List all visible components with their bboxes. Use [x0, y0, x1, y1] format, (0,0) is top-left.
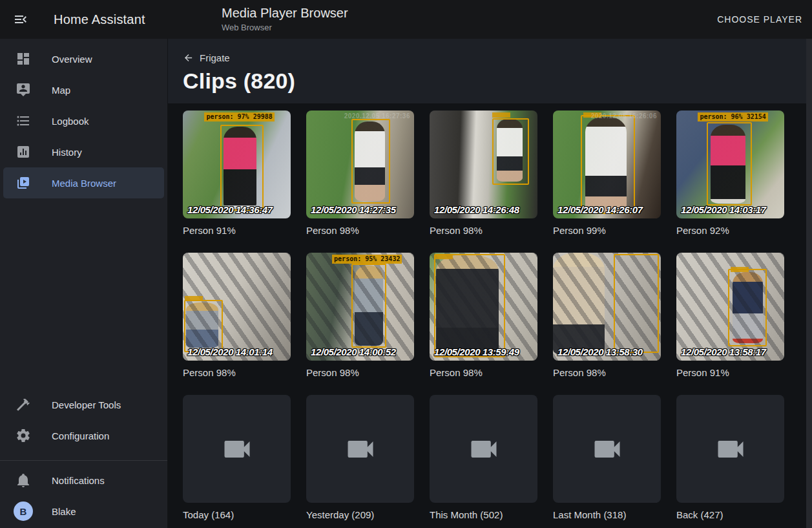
video-icon	[714, 432, 747, 466]
tooltip-account-icon	[16, 82, 31, 98]
breadcrumb-label: Frigate	[200, 52, 230, 63]
detection-bounding-box	[492, 118, 529, 185]
sidebar-item-label: Overview	[52, 54, 92, 65]
detection-bounding-box	[728, 269, 767, 346]
detection-label-small	[185, 296, 203, 301]
clip-caption: Person 98%	[430, 224, 537, 237]
play-box-multiple-icon	[16, 175, 31, 191]
sidebar-item-notifications[interactable]: Notifications	[3, 465, 164, 496]
detection-bounding-box	[184, 300, 223, 352]
sidebar-item-configuration[interactable]: Configuration	[3, 420, 164, 451]
media-folder[interactable]: Last Month (318)	[553, 395, 661, 522]
media-folder[interactable]: Today (164)	[183, 395, 291, 522]
tooltip-account-icon	[16, 82, 31, 98]
sidebar-item-label: Developer Tools	[52, 399, 121, 410]
view-dashboard-icon	[16, 51, 31, 67]
chart-box-icon	[16, 144, 31, 160]
panel-subtitle: Web Browser	[222, 23, 348, 32]
clip-item[interactable]: 12/05/2020 13:58:17Person 91%	[676, 253, 784, 379]
detection-bounding-box	[220, 125, 264, 211]
media-folder[interactable]: Back (427)	[676, 395, 784, 522]
sidebar-item-logbook[interactable]: Logbook	[3, 105, 164, 136]
clip-item[interactable]: 2020.12.05 16:27:3612/05/2020 14:27:35Pe…	[306, 111, 414, 237]
sidebar-item-label: Map	[52, 85, 70, 96]
breadcrumb-back[interactable]: Frigate	[183, 52, 230, 63]
detection-label: person: 95% 23432	[332, 255, 402, 264]
clip-item[interactable]: 12/05/2020 14:26:48Person 98%	[430, 111, 537, 237]
camera-timestamp: 12/05/2020 13:58:30	[557, 346, 643, 357]
camera-timestamp: 12/05/2020 14:01:14	[187, 346, 273, 357]
camera-timestamp: 12/05/2020 14:03:17	[681, 204, 766, 215]
sidebar-item-label: Logbook	[52, 116, 89, 127]
media-folder[interactable]: This Month (502)	[430, 395, 537, 522]
camera-timestamp: 12/05/2020 14:26:48	[434, 204, 519, 215]
vertical-scrollbar[interactable]	[806, 39, 812, 528]
detection-bounding-box	[434, 254, 505, 357]
detection-label: person: 97% 29988	[204, 112, 274, 121]
media-folder[interactable]: Yesterday (209)	[306, 395, 414, 522]
clip-caption: Person 98%	[183, 366, 291, 379]
folder-thumbnail	[676, 395, 784, 503]
camera-timestamp: 12/05/2020 14:36:47	[187, 204, 273, 215]
camera-timestamp: 12/05/2020 14:26:07	[557, 204, 643, 215]
list-bulleted-icon	[16, 113, 31, 129]
app-title[interactable]: Home Assistant	[54, 12, 145, 27]
clip-item[interactable]: 12/05/2020 13:59:49Person 98%	[430, 253, 537, 379]
camera-timestamp: 12/05/2020 14:27:35	[311, 204, 396, 215]
camera-timestamp: 12/05/2020 13:59:49	[434, 346, 519, 357]
sidebar-item-map[interactable]: Map	[3, 74, 164, 105]
content-header: Frigate Clips (820)	[168, 39, 812, 103]
clip-item[interactable]: 12/05/2020 14:01:14Person 98%	[183, 253, 291, 379]
clip-thumbnail: 12/05/2020 14:26:48	[430, 111, 537, 218]
view-dashboard-icon	[16, 51, 31, 67]
sidebar-toggle-button[interactable]	[8, 6, 34, 32]
user-name: Blake	[52, 506, 76, 517]
sidebar-item-history[interactable]: History	[3, 136, 164, 167]
camera-timestamp: 12/05/2020 13:58:17	[681, 346, 766, 357]
sidebar-item-overview[interactable]: Overview	[3, 43, 164, 74]
clip-caption: Person 92%	[676, 224, 784, 237]
clip-item[interactable]: 2020.12.05 16:26:0612/05/2020 14:26:07Pe…	[553, 111, 661, 237]
sidebar-item-label: Configuration	[52, 430, 109, 441]
clip-caption: Person 98%	[306, 366, 414, 379]
bell-icon	[16, 472, 31, 488]
folder-label: Today (164)	[183, 509, 291, 522]
video-icon	[467, 432, 501, 466]
video-icon	[590, 432, 624, 466]
detection-label-small	[435, 254, 453, 259]
page-title: Clips (820)	[183, 68, 812, 94]
panel-header: Media Player Browser Web Browser	[222, 6, 348, 32]
sidebar-item-user[interactable]: B Blake	[3, 496, 164, 527]
main-panel: Frigate Clips (820) person: 97% 2998812/…	[168, 39, 812, 528]
detection-bounding-box	[707, 122, 752, 206]
video-icon	[344, 432, 377, 466]
panel-title: Media Player Browser	[222, 6, 348, 21]
clip-item[interactable]: person: 95% 2343212/05/2020 14:00:52Pers…	[306, 253, 414, 379]
clip-thumbnail: person: 97% 2998812/05/2020 14:36:47	[183, 111, 291, 218]
sidebar-item-label: Media Browser	[52, 178, 116, 189]
sidebar-bottom: Developer ToolsConfiguration Notificatio…	[0, 389, 167, 528]
user-avatar: B	[14, 502, 33, 521]
top-app-bar: Home Assistant Media Player Browser Web …	[0, 0, 812, 39]
gear-icon	[16, 428, 31, 443]
clip-thumbnail: person: 95% 2343212/05/2020 14:00:52	[306, 253, 414, 361]
folder-thumbnail	[306, 395, 414, 503]
clip-thumbnail: person: 96% 3215412/05/2020 14:03:17	[676, 111, 784, 218]
choose-player-button[interactable]: CHOOSE PLAYER	[717, 0, 802, 39]
clip-item[interactable]: person: 96% 3215412/05/2020 14:03:17Pers…	[676, 111, 784, 237]
clip-item[interactable]: 12/05/2020 13:58:30Person 98%	[553, 253, 661, 379]
detection-bounding-box	[581, 115, 635, 215]
hammer-icon	[16, 397, 31, 412]
clip-thumbnail: 2020.12.05 16:26:0612/05/2020 14:26:07	[553, 111, 661, 218]
media-grid: person: 97% 2998812/05/2020 14:36:47Pers…	[183, 111, 812, 522]
detection-label-small	[492, 112, 510, 118]
clip-thumbnail: 12/05/2020 14:01:14	[183, 253, 291, 361]
folder-label: This Month (502)	[430, 509, 537, 522]
menu-open-icon	[13, 12, 28, 27]
camera-timestamp: 12/05/2020 14:00:52	[311, 346, 396, 357]
clip-item[interactable]: person: 97% 2998812/05/2020 14:36:47Pers…	[183, 111, 291, 237]
sidebar-item-developer-tools[interactable]: Developer Tools	[3, 389, 164, 420]
sidebar-item-media-browser[interactable]: Media Browser	[3, 167, 164, 198]
folder-label: Last Month (318)	[553, 509, 661, 522]
folder-thumbnail	[430, 395, 537, 503]
